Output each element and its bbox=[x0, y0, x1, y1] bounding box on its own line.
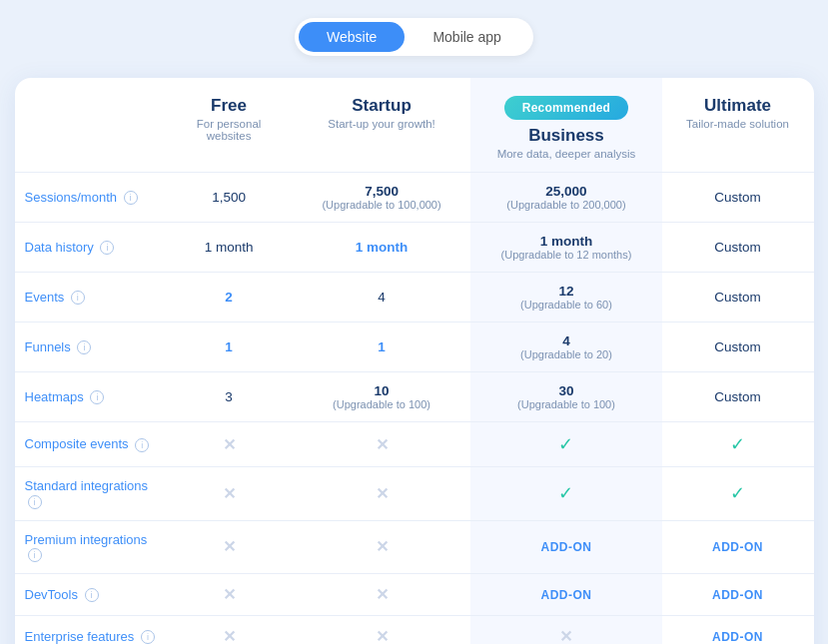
events-free: 2 bbox=[166, 273, 293, 322]
data-history-free: 1 month bbox=[166, 223, 293, 273]
pricing-table: Free For personal websites Startup Start… bbox=[15, 78, 814, 644]
mobile-toggle-btn[interactable]: Mobile app bbox=[405, 22, 529, 52]
cross-icon: ✕ bbox=[559, 628, 572, 644]
cross-icon: ✕ bbox=[376, 485, 389, 502]
standard-integrations-startup: ✕ bbox=[293, 467, 471, 521]
composite-events-ultimate: ✓ bbox=[662, 422, 814, 467]
enterprise-features-info-icon[interactable]: i bbox=[141, 630, 155, 644]
heatmaps-free: 3 bbox=[166, 372, 293, 422]
composite-events-startup: ✕ bbox=[293, 422, 471, 467]
heatmaps-label: Heatmaps i bbox=[15, 372, 166, 422]
devtools-row: DevTools i ✕ ✕ ADD-ON ADD-ON bbox=[15, 574, 814, 616]
view-toggle[interactable]: Website Mobile app bbox=[295, 18, 533, 56]
devtools-free: ✕ bbox=[166, 574, 293, 616]
data-history-info-icon[interactable]: i bbox=[100, 241, 114, 255]
sessions-startup: 7,500 (Upgradable to 100,000) bbox=[293, 173, 471, 223]
heatmaps-info-icon[interactable]: i bbox=[90, 390, 104, 404]
composite-events-row: Composite events i ✕ ✕ ✓ ✓ bbox=[15, 422, 814, 467]
devtools-startup: ✕ bbox=[293, 574, 471, 616]
check-icon: ✓ bbox=[730, 483, 745, 503]
standard-integrations-free: ✕ bbox=[166, 467, 293, 521]
data-history-row: Data history i 1 month 1 month 1 month (… bbox=[15, 223, 814, 273]
premium-integrations-startup: ✕ bbox=[293, 520, 471, 574]
check-icon: ✓ bbox=[558, 434, 573, 454]
data-history-startup: 1 month bbox=[293, 223, 471, 273]
funnels-label: Funnels i bbox=[15, 322, 166, 372]
data-history-ultimate: Custom bbox=[662, 223, 814, 273]
startup-plan-header: Startup Start-up your growth! bbox=[293, 78, 471, 173]
data-history-business: 1 month (Upgradable to 12 months) bbox=[470, 223, 661, 273]
events-startup: 4 bbox=[293, 273, 471, 322]
recommended-badge: Recommended bbox=[504, 96, 628, 120]
standard-integrations-business: ✓ bbox=[470, 467, 661, 521]
sessions-row: Sessions/month i 1,500 7,500 (Upgradable… bbox=[15, 173, 814, 223]
events-row: Events i 2 4 12 (Upgradable to 60) Custo… bbox=[15, 273, 814, 322]
enterprise-features-business: ✕ bbox=[470, 616, 661, 644]
standard-integrations-label: Standard integrations i bbox=[15, 467, 166, 521]
enterprise-features-startup: ✕ bbox=[293, 616, 471, 644]
business-plan-sub: More data, deeper analysis bbox=[480, 148, 651, 160]
free-plan-name: Free bbox=[176, 96, 283, 116]
sessions-ultimate: Custom bbox=[662, 173, 814, 223]
funnels-info-icon[interactable]: i bbox=[77, 340, 91, 354]
pricing-card: Free For personal websites Startup Start… bbox=[15, 78, 814, 644]
funnels-ultimate: Custom bbox=[662, 322, 814, 372]
cross-icon: ✕ bbox=[223, 485, 236, 502]
cross-icon: ✕ bbox=[223, 436, 236, 453]
events-label: Events i bbox=[15, 273, 166, 322]
ultimate-plan-name: Ultimate bbox=[672, 96, 804, 116]
data-history-label: Data history i bbox=[15, 223, 166, 273]
enterprise-features-row: Enterprise features i ✕ ✕ ✕ ADD-ON bbox=[15, 616, 814, 644]
heatmaps-ultimate: Custom bbox=[662, 372, 814, 422]
devtools-label: DevTools i bbox=[15, 574, 166, 616]
addon-badge: ADD-ON bbox=[540, 588, 591, 602]
cross-icon: ✕ bbox=[376, 628, 389, 644]
addon-badge: ADD-ON bbox=[712, 630, 763, 644]
sessions-free: 1,500 bbox=[166, 173, 293, 223]
cross-icon: ✕ bbox=[376, 586, 389, 603]
heatmaps-startup: 10 (Upgradable to 100) bbox=[293, 372, 471, 422]
addon-badge: ADD-ON bbox=[712, 588, 763, 602]
standard-integrations-ultimate: ✓ bbox=[662, 467, 814, 521]
sessions-business: 25,000 (Upgradable to 200,000) bbox=[470, 173, 661, 223]
premium-integrations-row: Premium integrations i ✕ ✕ ADD-ON ADD-ON bbox=[15, 520, 814, 574]
check-icon: ✓ bbox=[558, 483, 573, 503]
devtools-ultimate: ADD-ON bbox=[662, 574, 814, 616]
cross-icon: ✕ bbox=[376, 436, 389, 453]
free-plan-header: Free For personal websites bbox=[166, 78, 293, 173]
cross-icon: ✕ bbox=[376, 538, 389, 555]
premium-integrations-info-icon[interactable]: i bbox=[28, 548, 42, 562]
cross-icon: ✕ bbox=[223, 586, 236, 603]
heatmaps-business: 30 (Upgradable to 100) bbox=[470, 372, 661, 422]
cross-icon: ✕ bbox=[223, 538, 236, 555]
website-toggle-btn[interactable]: Website bbox=[299, 22, 405, 52]
startup-plan-name: Startup bbox=[303, 96, 461, 116]
ultimate-plan-sub: Tailor-made solution bbox=[672, 118, 804, 130]
enterprise-features-free: ✕ bbox=[166, 616, 293, 644]
enterprise-features-ultimate: ADD-ON bbox=[662, 616, 814, 644]
standard-integrations-row: Standard integrations i ✕ ✕ ✓ ✓ bbox=[15, 467, 814, 521]
enterprise-features-label: Enterprise features i bbox=[15, 616, 166, 644]
sessions-label: Sessions/month i bbox=[15, 173, 166, 223]
composite-events-label: Composite events i bbox=[15, 422, 166, 467]
premium-integrations-ultimate: ADD-ON bbox=[662, 520, 814, 574]
standard-integrations-info-icon[interactable]: i bbox=[28, 495, 42, 509]
premium-integrations-label: Premium integrations i bbox=[15, 520, 166, 574]
funnels-startup: 1 bbox=[293, 322, 471, 372]
devtools-info-icon[interactable]: i bbox=[85, 588, 99, 602]
composite-events-business: ✓ bbox=[470, 422, 661, 467]
heatmaps-row: Heatmaps i 3 10 (Upgradable to 100) 30 (… bbox=[15, 372, 814, 422]
events-ultimate: Custom bbox=[662, 273, 814, 322]
funnels-free: 1 bbox=[166, 322, 293, 372]
composite-events-free: ✕ bbox=[166, 422, 293, 467]
header-row: Free For personal websites Startup Start… bbox=[15, 78, 814, 173]
events-business: 12 (Upgradable to 60) bbox=[470, 273, 661, 322]
free-plan-sub: For personal websites bbox=[176, 118, 283, 142]
composite-events-info-icon[interactable]: i bbox=[135, 438, 149, 452]
sessions-info-icon[interactable]: i bbox=[124, 191, 138, 205]
feature-header-cell bbox=[15, 78, 166, 173]
business-plan-name: Business bbox=[480, 126, 651, 146]
cross-icon: ✕ bbox=[223, 628, 236, 644]
events-info-icon[interactable]: i bbox=[71, 291, 85, 305]
funnels-business: 4 (Upgradable to 20) bbox=[470, 322, 661, 372]
